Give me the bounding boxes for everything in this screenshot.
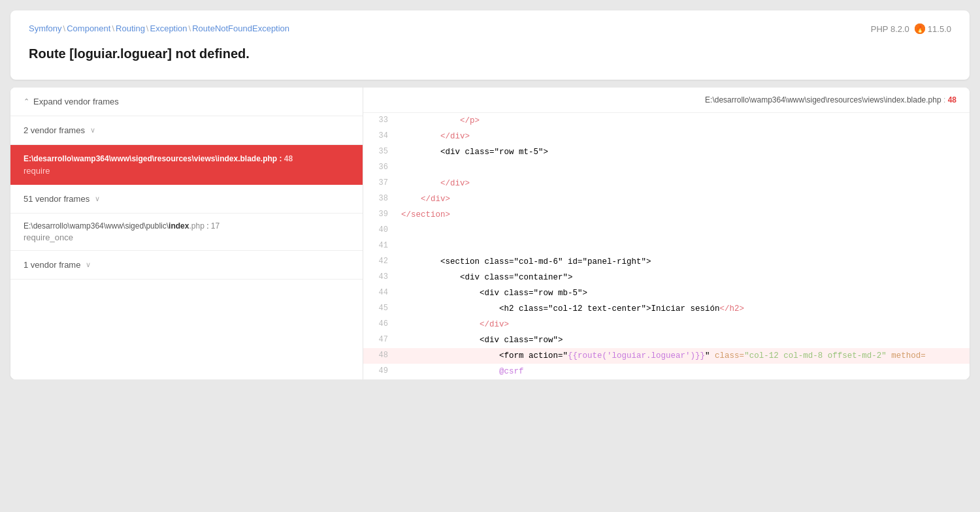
stack-trace-panel: ⌃ Expand vendor frames 2 vendor frames ∨… <box>10 88 363 379</box>
error-header: Symfony \ Component \ Routing \ Exceptio… <box>10 10 970 80</box>
code-line: 41 <box>363 238 970 254</box>
line-number: 45 <box>363 301 396 316</box>
line-number: 48 <box>363 348 396 363</box>
line-number: 42 <box>363 254 396 269</box>
line-number: 37 <box>363 176 396 191</box>
code-line: 49 @csrf <box>363 364 970 379</box>
line-number: 41 <box>363 238 396 253</box>
code-line: 46 </div> <box>363 317 970 332</box>
line-content: <div class="row mt-5"> <box>396 144 970 160</box>
line-content: <div class="row"> <box>396 332 970 348</box>
file-path-text: E:\desarrollo\wamp364\www\siged\resource… <box>705 95 941 104</box>
line-content: </p> <box>396 113 970 129</box>
breadcrumb-routing: Routing <box>116 24 145 33</box>
path-colon: : <box>943 95 948 104</box>
line-number: 40 <box>363 223 396 238</box>
vendor-frames-row-2[interactable]: 51 vendor frames ∨ <box>10 185 363 214</box>
breadcrumb-component: Component <box>67 24 110 33</box>
line-content: <h2 class="col-12 text-center">Iniciar s… <box>396 301 970 317</box>
vendor-frames-row-1[interactable]: 2 vendor frames ∨ <box>10 116 363 145</box>
line-content: <form action="{{route('loguiar.loguear')… <box>396 348 970 364</box>
expand-vendor-label: Expand vendor frames <box>33 97 119 106</box>
frame-public-path: E:\desarrollo\wamp364\www\siged\public\i… <box>24 221 350 231</box>
php-version-label: PHP 8.2.0 <box>871 24 909 34</box>
frame-public-method: require_once <box>24 232 350 242</box>
code-line: 36 <box>363 160 970 176</box>
error-title: Route [loguiar.loguear] not defined. <box>29 46 951 61</box>
vendor-frames-2-label: 51 vendor frames <box>24 194 90 204</box>
code-line: 33 </p> <box>363 113 970 129</box>
main-content: ⌃ Expand vendor frames 2 vendor frames ∨… <box>10 88 970 379</box>
code-line: 47 <div class="row"> <box>363 332 970 348</box>
line-number: 46 <box>363 317 396 332</box>
expand-vendor-button[interactable]: ⌃ Expand vendor frames <box>10 88 363 116</box>
code-line: 34 </div> <box>363 129 970 144</box>
chevron-down-icon-3: ∨ <box>86 261 91 269</box>
line-content <box>396 160 970 176</box>
chevron-down-icon-1: ∨ <box>90 126 95 135</box>
vendor-frames-row-3[interactable]: 1 vendor frame ∨ <box>10 251 363 280</box>
line-number: 49 <box>363 364 396 379</box>
code-line: 35 <div class="row mt-5"> <box>363 144 970 160</box>
code-line: 39</section> <box>363 207 970 223</box>
line-number: 44 <box>363 285 396 300</box>
vendor-frames-1-label: 2 vendor frames <box>24 125 85 135</box>
file-path-header: E:\desarrollo\wamp364\www\siged\resource… <box>363 88 970 113</box>
active-frame-method: require <box>24 166 350 176</box>
line-content: </div> <box>396 176 970 191</box>
line-content: </section> <box>396 207 970 223</box>
frame-item-public-index[interactable]: E:\desarrollo\wamp364\www\siged\public\i… <box>10 214 363 251</box>
chevron-icon: ⌃ <box>24 97 29 106</box>
code-line: 38 </div> <box>363 191 970 207</box>
chevron-down-icon-2: ∨ <box>95 195 100 203</box>
breadcrumb-exception: Exception <box>150 24 187 33</box>
line-content: @csrf <box>396 364 970 379</box>
code-line: 43 <div class="container"> <box>363 270 970 285</box>
vendor-frames-3-label: 1 vendor frame <box>24 260 80 270</box>
line-content: <section class="col-md-6" id="panel-righ… <box>396 254 970 270</box>
code-line: 42 <section class="col-md-6" id="panel-r… <box>363 254 970 270</box>
line-content: </div> <box>396 129 970 144</box>
line-number: 39 <box>363 207 396 222</box>
code-view-panel: E:\desarrollo\wamp364\www\siged\resource… <box>363 88 970 379</box>
code-line: 37 </div> <box>363 176 970 191</box>
line-content: <div class="row mb-5"> <box>396 285 970 301</box>
ignition-icon: 🔥 <box>915 24 925 34</box>
line-number: 47 <box>363 332 396 347</box>
line-number: 35 <box>363 144 396 159</box>
ignition-version-label: 🔥 11.5.0 <box>915 24 951 34</box>
line-content <box>396 223 970 238</box>
version-info: PHP 8.2.0 🔥 11.5.0 <box>871 24 951 34</box>
line-content: </div> <box>396 317 970 332</box>
highlight-line-number: 48 <box>948 95 956 104</box>
breadcrumb-classname: RouteNotFoundException <box>192 24 289 33</box>
breadcrumb-symfony: Symfony <box>29 24 62 33</box>
code-view: 33 </p>34 </div>35 <div class="row mt-5"… <box>363 113 970 379</box>
code-line: 40 <box>363 223 970 238</box>
active-frame-path: E:\desarrollo\wamp364\www\siged\resource… <box>24 154 350 163</box>
line-content <box>396 238 970 254</box>
code-line: 44 <div class="row mb-5"> <box>363 285 970 301</box>
svg-text:🔥: 🔥 <box>916 25 924 33</box>
active-frame[interactable]: E:\desarrollo\wamp364\www\siged\resource… <box>10 145 363 185</box>
breadcrumb: Symfony \ Component \ Routing \ Exceptio… <box>29 24 289 33</box>
code-line: 48 <form action="{{route('loguiar.loguea… <box>363 348 970 364</box>
code-line: 45 <h2 class="col-12 text-center">Inicia… <box>363 301 970 317</box>
line-number: 43 <box>363 270 396 285</box>
line-content: <div class="container"> <box>396 270 970 285</box>
line-number: 38 <box>363 191 396 206</box>
line-number: 36 <box>363 160 396 175</box>
line-number: 33 <box>363 113 396 128</box>
line-content: </div> <box>396 191 970 207</box>
line-number: 34 <box>363 129 396 144</box>
